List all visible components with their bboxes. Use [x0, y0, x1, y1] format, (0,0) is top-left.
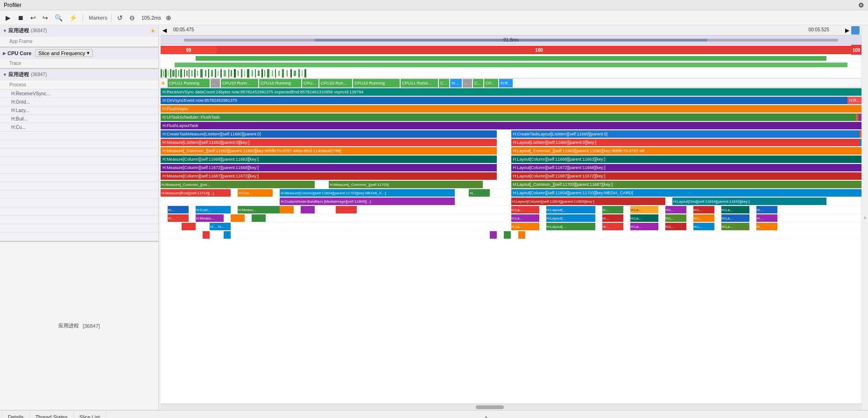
- cpu-bar-11[interactable]: CP...: [484, 79, 498, 87]
- lp-track-5[interactable]: H:Cu...: [0, 123, 158, 132]
- tab-slice-list[interactable]: Slice List: [74, 411, 106, 418]
- lp-track-9[interactable]: [0, 157, 158, 165]
- collapse-arrow-process[interactable]: ▼: [3, 72, 7, 77]
- lp-track-2[interactable]: H:OnId...: [0, 98, 158, 106]
- empty-space: [161, 239, 861, 404]
- cpu-bar-4[interactable]: CPU...: [302, 79, 318, 87]
- toolbar-minus[interactable]: ⊖: [127, 13, 137, 22]
- toolbar-stop[interactable]: ⏹: [15, 13, 26, 22]
- lp-track-12[interactable]: [0, 182, 158, 191]
- toolbar-play[interactable]: ▶: [4, 13, 13, 22]
- svg-rect-4: [170, 69, 171, 78]
- lp-track-13[interactable]: [0, 191, 158, 199]
- flame-track-14[interactable]: H:CustomNode:BuildItem [MediaImage][self…: [161, 197, 861, 205]
- flame-track-9[interactable]: H:Measure[Column][self:11668][parent:116…: [161, 155, 861, 163]
- svg-rect-35: [267, 69, 269, 78]
- svg-rect-45: [304, 69, 306, 78]
- cpu-bar-2[interactable]: CPU10 Runn...: [221, 79, 258, 87]
- toolbar-plus[interactable]: ⊕: [164, 13, 173, 22]
- timeline-scrollbox[interactable]: [851, 26, 860, 35]
- cpu-bar-10[interactable]: C...: [473, 79, 483, 87]
- lp-track-17[interactable]: [0, 224, 158, 233]
- collapse-arrow-appframe[interactable]: ▼: [3, 28, 7, 33]
- flame-track-13[interactable]: H:Measure[Row][self:11714][...] H:Cus...…: [161, 189, 861, 197]
- flame-track-5[interactable]: H:FlushLayoutTask: [161, 121, 861, 130]
- flame-track-11[interactable]: H:Measure[Column][self:11687][parent:116…: [161, 172, 861, 180]
- cpu-bar-6[interactable]: CPU10 Running: [353, 79, 400, 87]
- cpu-bar-5[interactable]: CPU10 Run...: [319, 79, 352, 87]
- lp-track-16[interactable]: [0, 216, 158, 224]
- lp-track-15[interactable]: [0, 207, 158, 216]
- cpu-bar-7[interactable]: CPU11 Runni...: [401, 79, 438, 87]
- collapse-arrow-cpucore[interactable]: ▶: [3, 51, 6, 56]
- appframe-star[interactable]: ★: [150, 28, 155, 34]
- gear-icon[interactable]: ⚙: [858, 1, 864, 9]
- cpu-bar-8[interactable]: C...: [439, 79, 449, 87]
- cpucore-row[interactable]: ▶ CPU Core Slice and Frequency ▾: [0, 48, 158, 59]
- lp-track-11[interactable]: [0, 174, 158, 182]
- appframe-process-row[interactable]: ▼ 应用进程 (36847) ★: [0, 25, 158, 36]
- toolbar-search[interactable]: 🔍: [53, 13, 64, 22]
- scroll-left-btn[interactable]: ◀: [161, 27, 169, 34]
- flame-track-4[interactable]: H:UITaskScheduler::FlushTask: [161, 113, 861, 121]
- cpucore-sublabel: Trace: [9, 61, 21, 66]
- big-row-id: [36847]: [83, 323, 100, 329]
- flame-track-3[interactable]: H:FlushVsync: [161, 105, 861, 113]
- flame-track-7[interactable]: H:Measure[ListItem][self:11660][parent:0…: [161, 138, 861, 147]
- svg-rect-28: [244, 70, 245, 77]
- flame-track-18[interactable]: [161, 231, 861, 239]
- toolbar-redo[interactable]: ↪: [41, 13, 50, 22]
- expand-icon: ›: [864, 214, 866, 221]
- flame-5-label: H:FlushLayoutTask: [162, 123, 198, 128]
- flame-track-1[interactable]: H:ReceiveVSync dataCount:24bytes now:857…: [161, 88, 861, 96]
- tab-thread-states[interactable]: Thread States: [30, 411, 74, 418]
- dropdown-arrow-icon: ▾: [87, 50, 90, 56]
- scroll-right-btn[interactable]: ▶: [843, 27, 851, 34]
- lp-track-6[interactable]: [0, 132, 158, 140]
- cpu-bar-dot2: ...: [463, 79, 472, 87]
- lp-track-8[interactable]: [0, 149, 158, 157]
- flame-track-10[interactable]: H:Measure[Column][self:11672][parent:116…: [161, 163, 861, 172]
- flame-track-12[interactable]: H:Measure[_Common_][sel... H:Measure[_Co…: [161, 180, 861, 189]
- flame-track-8[interactable]: H:Measure[_Common_][self:11663][parent:1…: [161, 147, 861, 155]
- lp-track-1[interactable]: H:ReceiveVSync...: [0, 90, 158, 98]
- toolbar-undo[interactable]: ↩: [28, 13, 38, 22]
- process-section-row[interactable]: ▼ 应用进程 (36847): [0, 69, 158, 80]
- left-time-label: 00:05.475: [173, 27, 194, 32]
- lp-track-18[interactable]: [0, 233, 158, 241]
- svg-rect-23: [228, 69, 229, 78]
- lp-track-4[interactable]: H:Buil...: [0, 115, 158, 123]
- lp-track-10[interactable]: [0, 165, 158, 174]
- flame-track-2[interactable]: H:OnVsyncEvent now:85782452991375 H:R...: [161, 96, 861, 105]
- tab-details[interactable]: Details: [2, 411, 30, 418]
- svg-rect-26: [238, 71, 239, 76]
- right-time-label: 00:05.525: [809, 27, 830, 32]
- big-process-row: 应用进程 [36847]: [0, 242, 158, 410]
- toolbar: ▶ ⏹ ↩ ↪ 🔍 ⚡ Markers ↺ ⊖ 105.2ms ⊕: [0, 10, 868, 25]
- cpucore-label: CPU Core: [7, 50, 31, 56]
- cpu-bar-3[interactable]: CPU10 Running: [259, 79, 301, 87]
- flame-track-6[interactable]: H:CreateTaskMeasure[ListItem][self:11660…: [161, 130, 861, 138]
- lp-track-7[interactable]: [0, 140, 158, 149]
- flame-track-17[interactable]: H:... H:... H:La... H:Layout[... H:... H…: [161, 222, 861, 231]
- svg-rect-34: [264, 70, 265, 77]
- h-scrollbar[interactable]: [161, 404, 861, 410]
- flame-track-16[interactable]: H:... H:Measu... H:La... H:Layout[... H:…: [161, 214, 861, 222]
- svg-rect-25: [234, 69, 236, 78]
- flame-3-label: H:FlushVsync: [162, 106, 189, 111]
- slice-freq-button[interactable]: Slice and Frequency ▾: [35, 49, 92, 57]
- flame-track-15[interactable]: H:... H:Cust... H:Measu... H:La... H:Lay…: [161, 205, 861, 214]
- cpu-bar-1[interactable]: CPU11 Running: [168, 79, 210, 87]
- expand-up-icon[interactable]: ▲: [483, 414, 489, 418]
- svg-rect-16: [205, 70, 206, 77]
- lp-track-14[interactable]: [0, 199, 158, 207]
- time-display: 105.2ms: [141, 15, 161, 21]
- svg-rect-44: [302, 70, 303, 77]
- cpu-bar-dot1: ...: [211, 79, 220, 87]
- lp-track-3[interactable]: H:Lazy...: [0, 106, 158, 115]
- h-scroll-thumb[interactable]: [476, 405, 504, 409]
- toolbar-reset[interactable]: ↺: [115, 13, 125, 22]
- v-expand-panel[interactable]: ›: [861, 25, 868, 410]
- appframe-process-id: (36847): [31, 28, 47, 33]
- toolbar-filter[interactable]: ⚡: [67, 13, 79, 22]
